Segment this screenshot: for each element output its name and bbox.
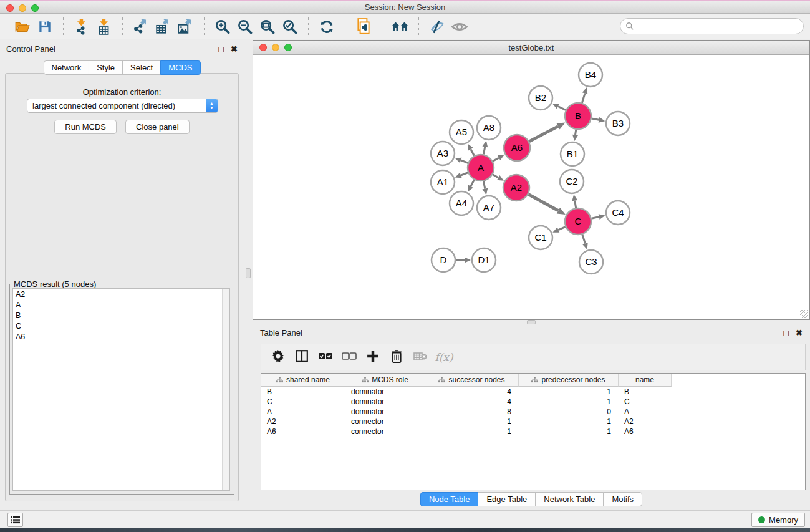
- deselect-all-button[interactable]: [339, 347, 360, 368]
- mcds-result-item[interactable]: C: [13, 321, 229, 331]
- table-close-panel-icon[interactable]: ✖: [796, 329, 803, 337]
- network-window-title-bar[interactable]: testGlobe.txt: [253, 41, 809, 55]
- table-row[interactable]: Bdominator41B: [261, 387, 805, 397]
- zoom-selected-button[interactable]: [279, 17, 301, 37]
- gear-button[interactable]: [268, 347, 289, 368]
- edge-A-A3[interactable]: [461, 160, 468, 163]
- edge-A-A1[interactable]: [461, 173, 468, 175]
- column-header-successor-nodes[interactable]: successor nodes: [425, 374, 519, 387]
- delete-table-button[interactable]: [410, 347, 431, 368]
- node-A5[interactable]: A5: [450, 120, 473, 144]
- node-D1[interactable]: D1: [472, 248, 496, 272]
- save-session-button[interactable]: [34, 17, 56, 37]
- horizontal-split-grip[interactable]: [527, 320, 536, 324]
- edge-A-A2[interactable]: [493, 175, 498, 178]
- mcds-result-item[interactable]: A: [13, 299, 229, 310]
- node-C4[interactable]: C4: [606, 201, 630, 225]
- node-A[interactable]: A: [468, 155, 494, 181]
- hide-graphics-details-button[interactable]: [426, 17, 448, 37]
- node-D[interactable]: D: [432, 248, 455, 272]
- node-A1[interactable]: A1: [431, 170, 455, 194]
- run-mcds-button[interactable]: Run MCDS: [54, 120, 117, 134]
- edge-A-A4[interactable]: [471, 180, 475, 186]
- task-history-button[interactable]: [7, 513, 23, 527]
- node-C3[interactable]: C3: [579, 250, 603, 274]
- open-session-button[interactable]: [11, 17, 34, 37]
- close-panel-icon[interactable]: ✖: [231, 45, 238, 53]
- node-C1[interactable]: C1: [529, 226, 552, 249]
- node-A4[interactable]: A4: [450, 191, 473, 215]
- delete-button[interactable]: [386, 347, 407, 368]
- columns-button[interactable]: [291, 347, 312, 368]
- tab-node-table[interactable]: Node Table: [420, 492, 479, 506]
- mcds-list-scrollbar[interactable]: [222, 289, 229, 490]
- edge-B-B1[interactable]: [576, 130, 576, 135]
- tab-select[interactable]: Select: [122, 60, 161, 75]
- refresh-button[interactable]: [316, 17, 338, 37]
- network-canvas[interactable]: B4B2BB3B1A5A8A6A3AA1C2A2A4A7CC4C1C3DD1: [253, 55, 809, 319]
- vertical-split-grip[interactable]: [246, 268, 251, 278]
- edge-A-A6[interactable]: [493, 158, 499, 161]
- table-row[interactable]: Cdominator41C: [261, 397, 805, 407]
- edge-B-B3[interactable]: [592, 118, 599, 120]
- export-table-button[interactable]: [152, 17, 175, 37]
- column-header-MCDS-role[interactable]: MCDS role: [345, 374, 425, 387]
- optimization-criterion-select[interactable]: largest connected component (directed) ▲…: [27, 99, 218, 113]
- export-network-button[interactable]: [130, 17, 152, 37]
- column-header-name[interactable]: name: [619, 374, 672, 387]
- edge-A2-C[interactable]: [528, 195, 558, 211]
- minimize-window-icon[interactable]: [19, 4, 26, 12]
- zoom-out-button[interactable]: [234, 17, 256, 37]
- edge-A-A5[interactable]: [471, 149, 475, 155]
- search-box[interactable]: [620, 18, 804, 34]
- show-graphics-details-button[interactable]: [448, 17, 471, 37]
- edge-A-A8[interactable]: [483, 147, 485, 154]
- column-header-shared-name[interactable]: shared name: [261, 374, 345, 387]
- close-panel-button[interactable]: Close panel: [125, 120, 190, 134]
- float-panel-icon[interactable]: ◻: [218, 45, 224, 53]
- node-B4[interactable]: B4: [579, 63, 602, 87]
- node-table[interactable]: shared nameMCDS rolesuccessor nodesprede…: [261, 373, 806, 490]
- node-C[interactable]: C: [565, 208, 591, 235]
- node-B1[interactable]: B1: [561, 142, 584, 166]
- network-maximize-icon[interactable]: [284, 44, 292, 51]
- edge-B-B4[interactable]: [582, 94, 585, 103]
- import-table-button[interactable]: [93, 17, 115, 37]
- mcds-result-item[interactable]: A2: [13, 289, 229, 299]
- tab-network[interactable]: Network: [43, 60, 89, 75]
- add-button[interactable]: [362, 347, 383, 368]
- table-row[interactable]: Adominator80A: [261, 407, 805, 417]
- node-B3[interactable]: B3: [606, 112, 630, 135]
- node-A3[interactable]: A3: [431, 142, 455, 165]
- maximize-window-icon[interactable]: [31, 4, 39, 12]
- table-float-panel-icon[interactable]: ◻: [783, 329, 789, 337]
- network-close-icon[interactable]: [259, 44, 267, 51]
- mcds-result-list[interactable]: A2ABCA6: [12, 288, 230, 491]
- node-A8[interactable]: A8: [477, 116, 501, 140]
- table-row[interactable]: A6connector11A6: [261, 427, 805, 437]
- mcds-result-item[interactable]: B: [13, 310, 229, 321]
- node-A7[interactable]: A7: [477, 196, 501, 220]
- table-row[interactable]: A2connector11A2: [261, 417, 805, 427]
- export-image-button[interactable]: [175, 17, 197, 37]
- zoom-fit-button[interactable]: [256, 17, 279, 37]
- edge-C-C1[interactable]: [558, 227, 565, 230]
- home-layout-button[interactable]: [389, 17, 412, 37]
- node-B2[interactable]: B2: [529, 86, 552, 110]
- edge-C-C4[interactable]: [591, 217, 599, 219]
- node-B[interactable]: B: [565, 103, 591, 129]
- mcds-result-item[interactable]: A6: [13, 331, 229, 342]
- tab-motifs[interactable]: Motifs: [603, 492, 642, 506]
- memory-button[interactable]: Memory: [751, 513, 805, 527]
- edge-A6-B[interactable]: [529, 127, 559, 142]
- first-neighbors-button[interactable]: [352, 17, 375, 37]
- node-A6[interactable]: A6: [504, 135, 530, 161]
- import-network-button[interactable]: [70, 17, 93, 37]
- network-minimize-icon[interactable]: [272, 44, 279, 51]
- window-resize-grip[interactable]: [800, 310, 808, 318]
- edge-A-A7[interactable]: [483, 181, 485, 189]
- column-header-predecessor-nodes[interactable]: predecessor nodes: [519, 374, 619, 387]
- tab-mcds[interactable]: MCDS: [160, 60, 200, 75]
- zoom-in-button[interactable]: [211, 17, 234, 37]
- close-window-icon[interactable]: [6, 4, 14, 12]
